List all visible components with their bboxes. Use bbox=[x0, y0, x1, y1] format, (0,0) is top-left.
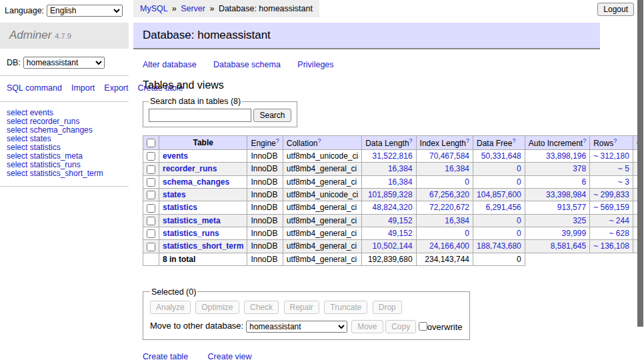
table-name-link[interactable]: recorder_runs bbox=[163, 164, 217, 173]
index-length-link[interactable]: 16,384 bbox=[420, 164, 469, 173]
auto-increment-link[interactable]: 33,898,196 bbox=[529, 151, 586, 161]
data-length-link[interactable]: 16,384 bbox=[365, 177, 412, 187]
rows-count-link[interactable]: ~ 312,180 bbox=[593, 151, 629, 161]
database-nav-links: Alter database Database schema Privilege… bbox=[143, 60, 637, 69]
db-label: DB: bbox=[7, 58, 21, 67]
data-free-link[interactable]: 104,857,600 bbox=[477, 190, 521, 199]
rows-count-link[interactable]: ~ 244 bbox=[593, 216, 629, 225]
analyze-button[interactable]: Analyze bbox=[150, 301, 191, 314]
data-length-link[interactable]: 49,152 bbox=[365, 216, 412, 225]
repair-button[interactable]: Repair bbox=[284, 301, 319, 314]
auto-increment-link[interactable]: 39,999 bbox=[529, 229, 586, 238]
create-table-link[interactable]: Create table bbox=[143, 352, 188, 361]
auto-increment-link[interactable]: 33,398,984 bbox=[529, 190, 586, 199]
auto-increment-help-icon[interactable]: ? bbox=[583, 137, 586, 144]
rows-count-link[interactable]: ~ 5 bbox=[593, 164, 629, 173]
sidebar-select-link-statistics-short-term[interactable]: select statistics_short_term bbox=[7, 169, 129, 178]
engine-help-icon[interactable]: ? bbox=[276, 137, 279, 144]
rows-count-link[interactable]: ~ 3 bbox=[593, 177, 629, 187]
logout-button[interactable]: Logout bbox=[597, 3, 634, 16]
table-header-row: Table Engine? Collation? Data Length? In… bbox=[143, 136, 644, 150]
breadcrumb-server-link[interactable]: Server bbox=[181, 4, 205, 13]
move-database-select[interactable]: homeassistant bbox=[246, 321, 347, 333]
auto-increment-link[interactable]: 913,577 bbox=[529, 203, 586, 212]
index-length-link[interactable]: 70,467,584 bbox=[420, 151, 469, 161]
data-length-link[interactable]: 16,384 bbox=[365, 164, 412, 173]
language-label: Language: bbox=[5, 6, 44, 15]
auto-increment-link[interactable]: 378 bbox=[529, 164, 586, 173]
data-free-link[interactable]: 6,291,456 bbox=[477, 203, 521, 212]
check-button[interactable]: Check bbox=[244, 301, 279, 314]
overwrite-checkbox[interactable] bbox=[419, 322, 427, 331]
data-free-link[interactable]: 0 bbox=[477, 177, 521, 187]
alter-database-link[interactable]: Alter database bbox=[143, 60, 197, 69]
table-name-link[interactable]: statistics_short_term bbox=[163, 241, 243, 251]
table-name-link[interactable]: statistics_runs bbox=[163, 229, 219, 238]
create-view-link[interactable]: Create view bbox=[208, 352, 252, 361]
rows-count-link[interactable]: ~ 136,108 bbox=[593, 241, 629, 251]
data-length-link[interactable]: 49,152 bbox=[365, 229, 412, 238]
table-name-link[interactable]: states bbox=[163, 190, 186, 199]
data-length-link[interactable]: 31,522,816 bbox=[365, 151, 412, 161]
db-select[interactable]: homeassistant bbox=[23, 57, 105, 69]
row-checkbox[interactable] bbox=[147, 217, 155, 225]
sidebar-link-import[interactable]: Import bbox=[71, 83, 95, 93]
scrollbar-thumb[interactable] bbox=[637, 0, 643, 327]
index-length-link[interactable]: 0 bbox=[420, 177, 469, 187]
data-free-link[interactable]: 188,743,680 bbox=[477, 241, 521, 251]
move-button[interactable]: Move bbox=[351, 320, 383, 333]
drop-button[interactable]: Drop bbox=[373, 301, 402, 314]
row-checkbox[interactable] bbox=[147, 229, 155, 238]
database-schema-link[interactable]: Database schema bbox=[213, 60, 281, 69]
index-length-link[interactable]: 16,384 bbox=[420, 216, 469, 225]
data-free-link[interactable]: 50,331,648 bbox=[477, 151, 521, 161]
index-length-link[interactable]: 24,166,400 bbox=[420, 241, 469, 251]
row-checkbox[interactable] bbox=[147, 152, 155, 161]
row-checkbox[interactable] bbox=[147, 243, 155, 251]
copy-button[interactable]: Copy bbox=[385, 320, 416, 333]
row-checkbox[interactable] bbox=[147, 191, 155, 199]
data-free-link[interactable]: 0 bbox=[477, 216, 521, 225]
optimize-button[interactable]: Optimize bbox=[195, 301, 239, 314]
data-length-link[interactable]: 10,502,144 bbox=[365, 241, 412, 251]
data-length-help-icon[interactable]: ? bbox=[409, 137, 413, 144]
auto-increment-link[interactable]: 325 bbox=[529, 216, 586, 225]
data-free-help-icon[interactable]: ? bbox=[512, 137, 515, 144]
table-name-link[interactable]: events bbox=[163, 151, 188, 161]
data-length-link[interactable]: 48,824,320 bbox=[365, 203, 412, 212]
privileges-link[interactable]: Privileges bbox=[297, 60, 333, 69]
totals-data-length: 192,839,680 bbox=[362, 253, 416, 265]
rows-help-icon[interactable]: ? bbox=[613, 137, 617, 144]
table-name-link[interactable]: schema_changes bbox=[163, 177, 229, 187]
index-length-link[interactable]: 67,256,320 bbox=[420, 190, 469, 199]
data-free-link[interactable]: 0 bbox=[477, 164, 521, 173]
breadcrumb-mysql-link[interactable]: MySQL bbox=[140, 4, 167, 13]
engine-cell: InnoDB bbox=[247, 163, 283, 175]
search-input[interactable] bbox=[149, 109, 251, 122]
rows-count-link[interactable]: ~ 299,833 bbox=[593, 190, 629, 199]
index-length-link[interactable]: 72,220,672 bbox=[420, 203, 469, 212]
selected-legend: Selected (0) bbox=[150, 287, 197, 297]
auto-increment-link[interactable]: 6 bbox=[529, 177, 586, 187]
data-length-link[interactable]: 101,859,328 bbox=[365, 190, 412, 199]
select-all-checkbox[interactable] bbox=[147, 139, 155, 147]
auto-increment-link[interactable]: 8,581,645 bbox=[529, 241, 586, 251]
collation-cell: utf8mb4_general_ci bbox=[283, 214, 361, 227]
index-length-help-icon[interactable]: ? bbox=[466, 137, 469, 144]
table-name-link[interactable]: statistics bbox=[163, 203, 197, 212]
search-button[interactable]: Search bbox=[253, 109, 291, 122]
truncate-button[interactable]: Truncate bbox=[324, 301, 367, 314]
sidebar-link-export[interactable]: Export bbox=[104, 83, 128, 93]
row-checkbox[interactable] bbox=[147, 165, 155, 174]
sidebar-link-sql-command[interactable]: SQL command bbox=[7, 83, 62, 93]
vertical-scrollbar[interactable] bbox=[637, 0, 644, 362]
row-checkbox[interactable] bbox=[147, 204, 155, 213]
index-length-link[interactable]: 0 bbox=[420, 229, 469, 238]
rows-count-link[interactable]: ~ 569,159 bbox=[593, 203, 629, 212]
row-checkbox[interactable] bbox=[147, 178, 155, 187]
data-free-link[interactable]: 0 bbox=[477, 229, 521, 238]
language-select[interactable]: English bbox=[47, 5, 123, 17]
collation-help-icon[interactable]: ? bbox=[317, 137, 321, 144]
table-name-link[interactable]: statistics_meta bbox=[163, 216, 221, 225]
rows-count-link[interactable]: ~ 628 bbox=[593, 229, 629, 238]
